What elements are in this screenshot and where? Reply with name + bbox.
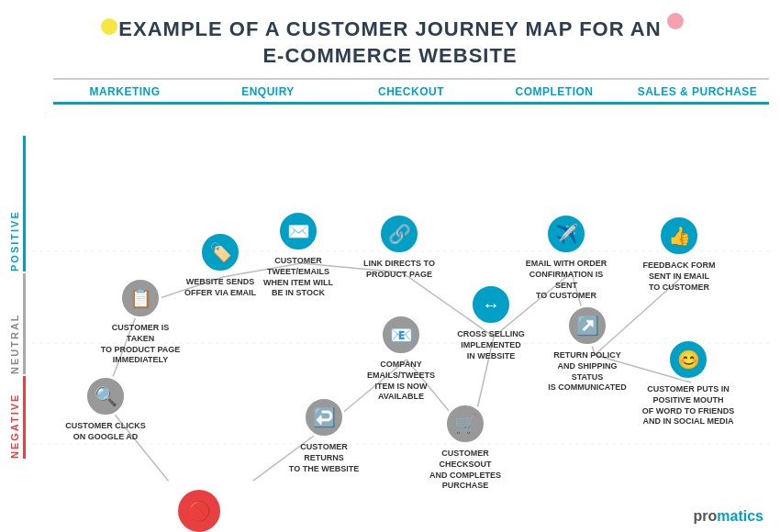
phase-checkout: CHECKOUT [340,85,483,105]
node-icon-tweet-email: ✉️ [277,210,319,252]
node-word-of-mouth: 😊 CUSTOMER PUTS INPOSITIVE MOUTHOF WORD … [638,338,739,427]
node-tweet-email: ✉️ CUSTOMERTWEET/EMAILSWHEN ITEM WILLBE … [257,210,340,299]
diagram-area: 🔍 CUSTOMER CLICKSON GOOGLE AD 📋 CUSTOMER… [0,105,780,481]
node-label-product-page: CUSTOMER IS TAKENTO PRODUCT PAGEIMMEDIAT… [99,323,182,366]
node-label-company-emails: COMPANYEMAILS/TWEETSITEM IS NOWAVAILABLE [367,360,435,403]
logo: promatics [694,508,763,525]
node-email-confirm: ✈️ EMAIL WITH ORDERCONFIRMATION IS SENTT… [525,213,607,302]
phases-bar: MARKETING ENQUIRY CHECKOUT COMPLETION SA… [53,78,769,105]
node-icon-link-directs: 🔗 [378,213,420,255]
node-google-ad: 🔍 CUSTOMER CLICKSON GOOGLE AD [64,375,147,442]
node-cross-selling: ↔️ CROSS SELLINGIMPLEMENTEDIN WEBSITE [450,283,532,361]
node-label-google-ad: CUSTOMER CLICKSON GOOGLE AD [65,421,145,442]
node-not-available: 🚫 ITEM IS NOT AVAILABLE [158,490,240,532]
node-icon-email-confirm: ✈️ [545,213,587,255]
node-icon-company-emails: 📧 [380,314,422,356]
node-offer-email: 🏷️ WEBSITE SENDSOFFER VIA EMAIL [179,231,262,298]
node-label-link-directs: LINK DIRECTS TOPRODUCT PAGE [363,259,435,280]
phase-enquiry: ENQUIRY [196,85,340,105]
phase-marketing: MARKETING [53,85,196,105]
page-title: EXAMPLE OF A CUSTOMER JOURNEY MAP FOR AN… [55,17,725,69]
node-icon-word-of-mouth: 😊 [667,338,709,381]
phase-completion: COMPLETION [483,85,626,105]
node-icon-product-page: 📋 [119,277,162,319]
node-label-return-policy: RETURN POLICYAND SHIPPING STATUSIS COMMU… [546,350,629,393]
title-area: EXAMPLE OF A CUSTOMER JOURNEY MAP FOR AN… [0,0,780,78]
node-label-returns: CUSTOMER RETURNSTO THE WEBSITE [283,442,365,474]
phase-sales: SALES & PURCHASE [626,85,769,105]
node-link-directs: 🔗 LINK DIRECTS TOPRODUCT PAGE [358,213,440,280]
node-label-email-confirm: EMAIL WITH ORDERCONFIRMATION IS SENTTO C… [525,259,607,302]
logo-matics: matics [717,508,763,524]
node-label-cross-selling: CROSS SELLINGIMPLEMENTEDIN WEBSITE [457,329,525,361]
node-icon-offer-email: 🏷️ [199,231,241,273]
logo-pro: pro [694,508,718,524]
node-icon-returns: ↩️ [303,396,345,438]
node-icon-return-policy: ↗️ [566,305,608,347]
node-icon-cross-selling: ↔️ [470,283,512,326]
node-checkout: 🛒 CUSTOMER CHECKSOUTAND COMPLETESPURCHAS… [424,403,507,492]
node-label-checkout: CUSTOMER CHECKSOUTAND COMPLETESPURCHASE [424,449,507,492]
node-returns: ↩️ CUSTOMER RETURNSTO THE WEBSITE [283,396,365,474]
node-company-emails: 📧 COMPANYEMAILS/TWEETSITEM IS NOWAVAILAB… [360,314,442,403]
node-label-feedback: FEEDBACK FORMSENT IN EMAILTO CUSTOMER [643,260,716,293]
node-label-tweet-email: CUSTOMERTWEET/EMAILSWHEN ITEM WILLBE IN … [263,256,333,299]
node-label-word-of-mouth: CUSTOMER PUTS INPOSITIVE MOUTHOF WORD TO… [642,384,734,427]
node-icon-google-ad: 🔍 [84,375,127,417]
node-return-policy: ↗️ RETURN POLICYAND SHIPPING STATUSIS CO… [546,305,629,393]
node-product-page: 📋 CUSTOMER IS TAKENTO PRODUCT PAGEIMMEDI… [99,277,182,366]
node-icon-feedback: 👍 [658,215,700,257]
node-feedback: 👍 FEEDBACK FORMSENT IN EMAILTO CUSTOMER [638,215,720,293]
node-label-offer-email: WEBSITE SENDSOFFER VIA EMAIL [184,277,256,298]
node-icon-checkout: 🛒 [444,403,486,445]
node-icon-not-available: 🚫 [178,490,220,532]
